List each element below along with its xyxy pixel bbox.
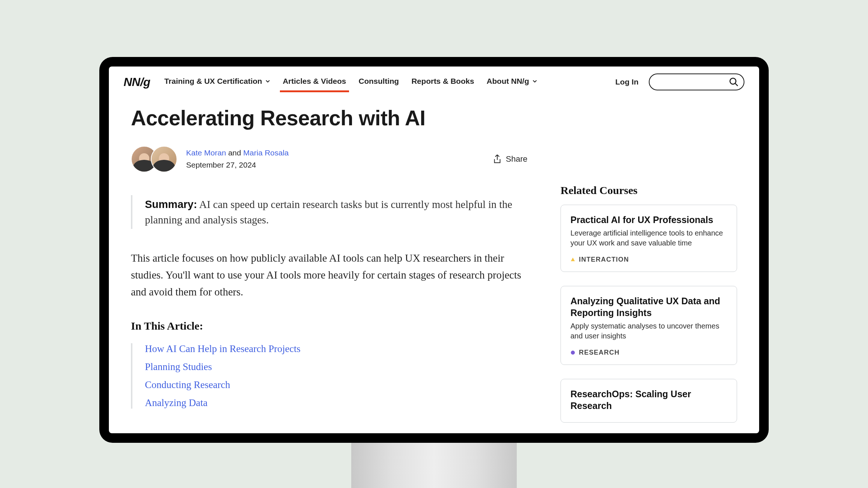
chevron-down-icon	[532, 79, 537, 84]
site-logo[interactable]: NN/g	[124, 75, 150, 89]
summary-label: Summary:	[145, 198, 197, 210]
article-title: Accelerating Research with AI	[131, 106, 527, 130]
summary-text: AI can speed up certain research tasks b…	[145, 198, 512, 226]
sidebar: Related Courses Practical AI for UX Prof…	[561, 106, 737, 433]
course-tag: INTERACTION	[570, 256, 727, 263]
avatar[interactable]	[151, 146, 177, 172]
author-avatars	[131, 146, 177, 172]
course-card[interactable]: Analyzing Qualitative UX Data and Report…	[561, 286, 737, 365]
content: Accelerating Research with AI Kate Moran…	[109, 94, 759, 433]
chevron-down-icon	[265, 79, 270, 84]
byline: Kate Moran and Maria Rosala	[186, 147, 289, 159]
toc-heading: In This Article:	[131, 320, 527, 332]
toc-link[interactable]: How AI Can Help in Research Projects	[145, 343, 527, 355]
login-link[interactable]: Log In	[615, 78, 638, 86]
course-tag-label: INTERACTION	[579, 256, 629, 263]
toc-link[interactable]: Analyzing Data	[145, 397, 527, 409]
course-tag-label: RESEARCH	[579, 349, 620, 356]
table-of-contents: How AI Can Help in Research Projects Pla…	[131, 343, 527, 409]
publish-date: September 27, 2024	[186, 159, 289, 171]
body-paragraph: This article focuses on how publicly ava…	[131, 250, 527, 301]
svg-point-0	[730, 78, 736, 84]
toc-link[interactable]: Conducting Research	[145, 379, 527, 391]
svg-point-3	[571, 351, 575, 355]
author-link[interactable]: Maria Rosala	[243, 148, 289, 157]
related-courses-heading: Related Courses	[561, 184, 737, 197]
author-link[interactable]: Kate Moran	[186, 148, 226, 157]
header-right: Log In	[615, 73, 744, 90]
nav-reports[interactable]: Reports & Books	[412, 73, 474, 91]
circle-icon	[570, 350, 575, 355]
meta-text: Kate Moran and Maria Rosala September 27…	[186, 147, 289, 171]
meta-left: Kate Moran and Maria Rosala September 27…	[131, 146, 289, 172]
course-description: Apply systematic analyses to uncover the…	[570, 321, 727, 341]
course-card[interactable]: ResearchOps: Scaling User Research	[561, 379, 737, 423]
triangle-icon	[570, 257, 575, 262]
nav-label: Articles & Videos	[283, 77, 346, 86]
share-button[interactable]: Share	[493, 154, 527, 164]
nav-label: Training & UX Certification	[164, 77, 262, 86]
course-card[interactable]: Practical AI for UX Professionals Levera…	[561, 205, 737, 272]
nav-training[interactable]: Training & UX Certification	[164, 73, 270, 91]
monitor-stand	[351, 443, 517, 488]
article-meta: Kate Moran and Maria Rosala September 27…	[131, 146, 527, 172]
toc-link[interactable]: Planning Studies	[145, 361, 527, 373]
share-icon	[493, 154, 501, 164]
svg-marker-2	[571, 258, 575, 261]
monitor-frame: NN/g Training & UX Certification Article…	[99, 57, 769, 443]
nav-label: About NN/g	[487, 77, 529, 86]
svg-line-1	[735, 83, 738, 86]
main-article: Accelerating Research with AI Kate Moran…	[131, 106, 527, 433]
course-title: Analyzing Qualitative UX Data and Report…	[570, 295, 727, 319]
course-description: Leverage artificial intelligence tools t…	[570, 228, 727, 248]
header: NN/g Training & UX Certification Article…	[109, 67, 759, 94]
nav-articles[interactable]: Articles & Videos	[283, 73, 346, 91]
search-icon	[729, 77, 739, 87]
nav-label: Reports & Books	[412, 77, 474, 86]
nav-about[interactable]: About NN/g	[487, 73, 537, 91]
search-input[interactable]	[649, 73, 744, 90]
author-join: and	[228, 148, 241, 157]
share-label: Share	[506, 154, 527, 164]
nav-consulting[interactable]: Consulting	[359, 73, 399, 91]
primary-nav: Training & UX Certification Articles & V…	[164, 73, 605, 91]
summary-block: Summary: AI can speed up certain researc…	[131, 195, 527, 229]
course-title: Practical AI for UX Professionals	[570, 214, 727, 226]
nav-label: Consulting	[359, 77, 399, 86]
screen: NN/g Training & UX Certification Article…	[109, 67, 759, 433]
course-title: ResearchOps: Scaling User Research	[570, 388, 727, 412]
course-tag: RESEARCH	[570, 349, 727, 356]
